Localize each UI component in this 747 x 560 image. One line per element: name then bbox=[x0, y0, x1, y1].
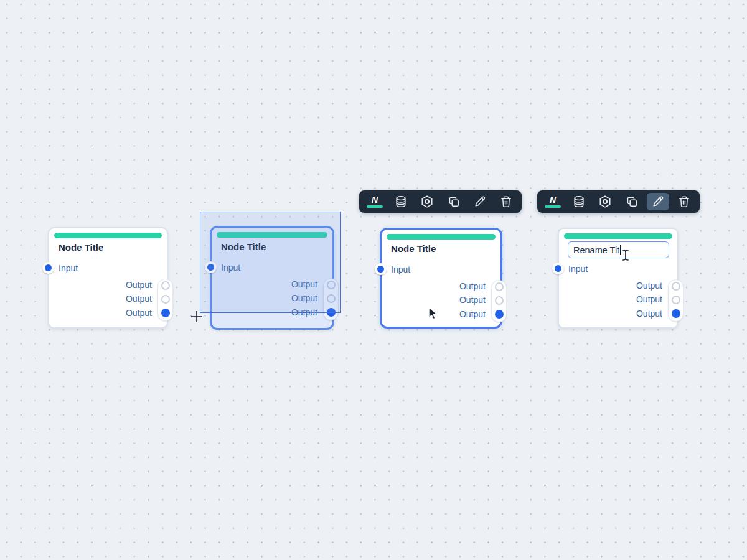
copy-icon bbox=[447, 195, 461, 208]
node-title-input-value: Rename Tit bbox=[573, 245, 619, 255]
input-label: Input bbox=[391, 264, 410, 274]
output-port-strip bbox=[157, 279, 173, 321]
output-label: Output bbox=[636, 281, 662, 291]
node-accent-bar bbox=[387, 234, 496, 240]
input-port-dot bbox=[377, 266, 384, 273]
node-logo-icon: N bbox=[545, 195, 561, 208]
output-label: Output bbox=[459, 309, 486, 319]
output-label: Output bbox=[636, 309, 662, 319]
node-type-button[interactable]: N bbox=[364, 193, 386, 210]
output-port-connected[interactable] bbox=[495, 310, 504, 319]
settings-button[interactable] bbox=[594, 193, 616, 210]
node-toolbar: N bbox=[359, 190, 522, 213]
output-label: Output bbox=[636, 294, 662, 304]
output-port[interactable] bbox=[161, 281, 170, 290]
output-port-strip bbox=[491, 280, 507, 322]
output-port[interactable] bbox=[672, 282, 680, 291]
rename-button[interactable] bbox=[469, 193, 491, 210]
trash-icon bbox=[677, 195, 691, 208]
node-title-input[interactable]: Rename Tit bbox=[568, 241, 669, 258]
output-label: Output bbox=[126, 294, 152, 304]
input-port[interactable] bbox=[375, 263, 387, 275]
selection-marquee bbox=[200, 212, 341, 313]
output-label: Output bbox=[459, 295, 486, 305]
output-port-connected[interactable] bbox=[672, 309, 680, 318]
node-logo-underline bbox=[545, 205, 561, 208]
input-port[interactable] bbox=[552, 263, 564, 274]
node-type-button[interactable]: N bbox=[542, 193, 564, 210]
node-accent-bar bbox=[564, 233, 672, 239]
node-logo-letter: N bbox=[372, 195, 378, 204]
node-card-renaming[interactable]: Rename Tit Input Output Output Output bbox=[558, 228, 679, 329]
output-port[interactable] bbox=[495, 282, 504, 291]
output-port[interactable] bbox=[495, 296, 504, 305]
rename-button-active[interactable] bbox=[647, 193, 669, 210]
output-label: Output bbox=[126, 280, 152, 290]
output-port-connected[interactable] bbox=[161, 309, 170, 317]
node-title: Node Title bbox=[391, 243, 436, 254]
copy-icon bbox=[625, 195, 639, 208]
input-port[interactable] bbox=[42, 262, 54, 274]
output-port[interactable] bbox=[672, 296, 680, 304]
duplicate-button[interactable] bbox=[621, 193, 643, 210]
node-logo-letter: N bbox=[550, 195, 556, 204]
input-label: Input bbox=[59, 263, 78, 273]
node-accent-bar bbox=[54, 233, 162, 238]
output-port-strip bbox=[668, 279, 684, 322]
input-port-dot bbox=[555, 265, 561, 272]
text-caret bbox=[620, 245, 621, 255]
settings-button[interactable] bbox=[416, 193, 438, 210]
database-icon bbox=[572, 195, 586, 208]
pencil-icon bbox=[473, 195, 487, 208]
input-port-dot bbox=[45, 264, 52, 271]
node-card-default[interactable]: Node Title Input Output Output Output bbox=[48, 227, 168, 329]
node-toolbar: N bbox=[537, 190, 700, 213]
node-logo-underline bbox=[367, 205, 383, 208]
output-label: Output bbox=[459, 281, 486, 291]
output-label: Output bbox=[126, 308, 152, 318]
node-editor-canvas[interactable]: Node Title Input Output Output Output No… bbox=[0, 0, 747, 560]
trash-icon bbox=[499, 195, 513, 208]
data-button[interactable] bbox=[568, 193, 590, 210]
node-title: Node Title bbox=[59, 242, 103, 253]
hexagon-nut-icon bbox=[420, 195, 434, 208]
output-port[interactable] bbox=[161, 295, 170, 304]
node-card-selected[interactable]: Node Title Input Output Output Output bbox=[380, 228, 502, 329]
node-logo-icon: N bbox=[367, 195, 383, 208]
duplicate-button[interactable] bbox=[443, 193, 465, 210]
pencil-icon bbox=[651, 195, 665, 208]
input-label: Input bbox=[568, 264, 588, 274]
hexagon-nut-icon bbox=[598, 195, 612, 208]
database-icon bbox=[394, 195, 408, 208]
delete-button[interactable] bbox=[673, 193, 695, 210]
data-button[interactable] bbox=[390, 193, 412, 210]
delete-button[interactable] bbox=[495, 193, 517, 210]
